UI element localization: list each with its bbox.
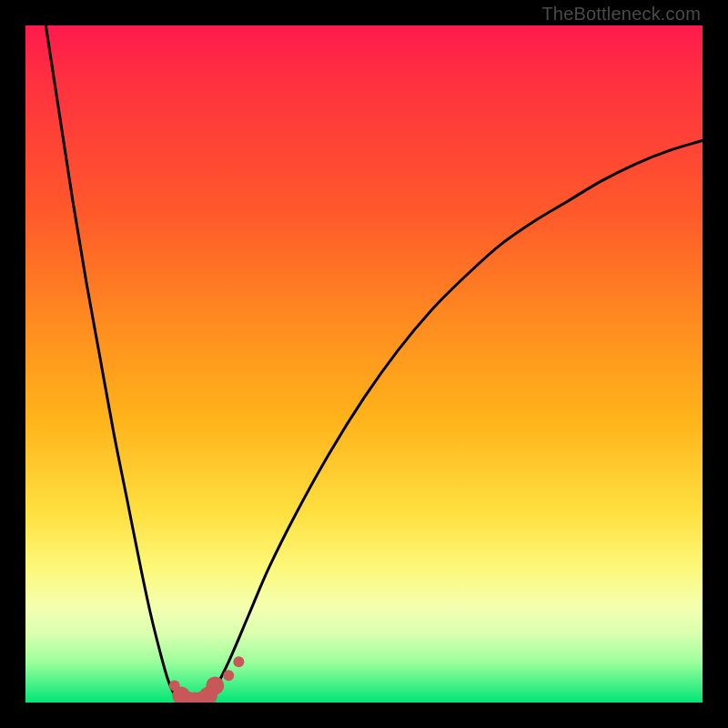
valley-marker [223, 670, 234, 681]
chart-frame: TheBottleneck.com [0, 0, 728, 728]
plot-area [25, 25, 703, 703]
attribution-text: TheBottleneck.com [541, 4, 701, 25]
right-curve [208, 140, 703, 703]
valley-marker [233, 656, 244, 667]
valley-marker [206, 676, 224, 694]
curve-layer [25, 25, 703, 703]
left-curve [46, 25, 187, 703]
